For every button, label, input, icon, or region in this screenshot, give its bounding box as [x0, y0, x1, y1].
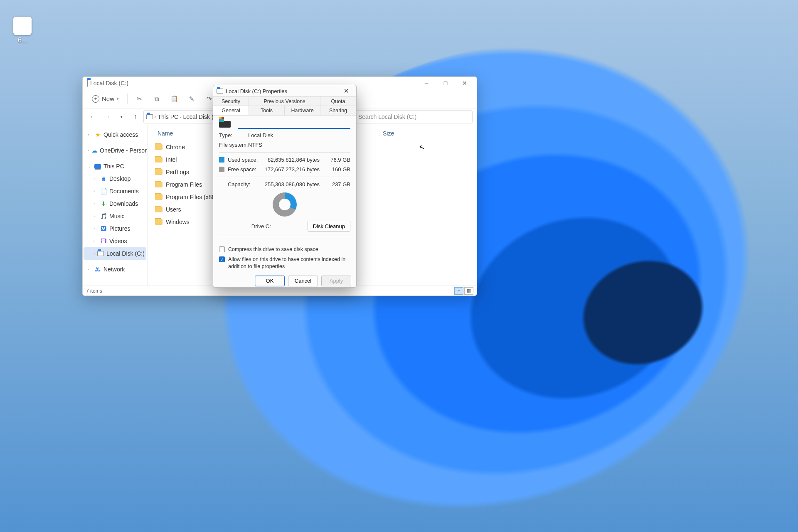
tab-security[interactable]: Security — [213, 96, 249, 106]
label: Capacity: — [228, 181, 259, 187]
tab-label: Quota — [331, 99, 345, 104]
bytes-value: 172,667,273,216 bytes — [262, 166, 320, 172]
tab-bar: Security Previous Versions Quota General… — [213, 97, 356, 116]
icons-view-button[interactable]: ▦ — [464, 287, 473, 295]
row-free-space: Free space: 172,667,273,216 bytes 160 GB — [219, 166, 350, 172]
checkbox-label: Allow files on this drive to have conten… — [228, 256, 350, 270]
tree-documents[interactable]: ›📄Documents — [84, 185, 146, 197]
tab-label: Security — [222, 99, 240, 104]
videos-icon: 🎞 — [100, 238, 107, 244]
cut-icon[interactable]: ✂ — [133, 92, 146, 106]
new-button[interactable]: + New ▾ — [89, 94, 122, 104]
tree-label: OneDrive - Personal — [100, 147, 148, 154]
minimize-button[interactable]: ‒ — [417, 77, 436, 89]
divider — [219, 236, 350, 236]
row-used-space: Used space: 82,635,812,864 bytes 76.9 GB — [219, 157, 350, 163]
downloads-icon: ⬇ — [100, 200, 107, 207]
rename-icon[interactable]: ✎ — [185, 92, 198, 106]
tree-label: Network — [103, 266, 125, 273]
copy-icon[interactable]: ⧉ — [150, 92, 163, 106]
dialog-titlebar[interactable]: Local Disk (C:) Properties ✕ — [213, 85, 356, 97]
tree-label: Videos — [109, 238, 127, 244]
tree-this-pc[interactable]: ⌄This PC — [84, 160, 146, 172]
row-filesystem: File system:NTFS — [219, 142, 350, 148]
paste-icon[interactable]: 📋 — [167, 92, 181, 106]
tree-music[interactable]: ›🎵Music — [84, 210, 146, 222]
maximize-button[interactable]: □ — [436, 77, 455, 89]
tree-onedrive[interactable]: ›☁OneDrive - Personal — [84, 144, 146, 157]
drive-label-input[interactable] — [238, 120, 350, 129]
folder-icon — [155, 207, 163, 212]
row-type: Type:Local Disk — [219, 132, 350, 138]
properties-dialog: Local Disk (C:) Properties ✕ Security Pr… — [213, 85, 357, 288]
row-capacity: Capacity: 255,303,086,080 bytes 237 GB — [219, 181, 350, 187]
chevron-down-icon: ▾ — [117, 97, 119, 101]
gb-value: 237 GB — [323, 181, 350, 187]
folder-icon — [155, 157, 163, 163]
details-view-button[interactable]: ≡ — [454, 287, 463, 295]
tab-quota[interactable]: Quota — [320, 96, 356, 106]
music-icon: 🎵 — [100, 213, 107, 219]
tab-general[interactable]: General — [213, 106, 249, 115]
used-swatch-icon — [219, 157, 224, 163]
tree-label: Documents — [109, 188, 139, 195]
tab-previous-versions[interactable]: Previous Versions — [249, 96, 320, 106]
dialog-buttons: OK Cancel Apply — [213, 272, 356, 291]
tree-desktop[interactable]: ›🖥Desktop — [84, 172, 146, 185]
tab-label: Sharing — [329, 108, 347, 113]
button-label: Cancel — [295, 278, 311, 284]
chevron-right-icon: › — [155, 114, 156, 119]
forward-button[interactable]: → — [101, 111, 113, 123]
tree-label: Quick access — [103, 131, 138, 138]
button-label: Disk Cleanup — [313, 223, 345, 229]
index-checkbox-row[interactable]: ✓ Allow files on this drive to have cont… — [219, 256, 350, 270]
monitor-icon — [94, 163, 101, 170]
back-button[interactable]: ← — [87, 111, 99, 123]
tab-label: Tools — [261, 108, 273, 113]
checkbox-label: Compress this drive to save disk space — [228, 246, 318, 253]
new-label: New — [102, 95, 114, 102]
crumb-this-pc[interactable]: This PC — [158, 113, 178, 120]
file-name: PerfLogs — [166, 169, 189, 175]
folder-icon — [155, 169, 163, 175]
ok-button[interactable]: OK — [255, 276, 285, 286]
tree-local-disk-c[interactable]: ›Local Disk (C:) — [84, 247, 146, 260]
tab-label: Hardware — [291, 108, 313, 113]
checkbox-icon[interactable]: ✓ — [219, 256, 225, 262]
tree-label: Pictures — [109, 225, 131, 232]
compress-checkbox-row[interactable]: Compress this drive to save disk space — [219, 246, 350, 253]
network-icon: 🖧 — [94, 266, 101, 273]
disk-cleanup-button[interactable]: Disk Cleanup — [308, 221, 350, 232]
tree-pictures[interactable]: ›🖼Pictures — [84, 222, 146, 235]
tree-label: Music — [109, 213, 125, 219]
tree-downloads[interactable]: ›⬇Downloads — [84, 197, 146, 210]
col-size[interactable]: Size — [379, 130, 421, 137]
tab-hardware[interactable]: Hardware — [284, 106, 320, 115]
usage-pie-chart — [273, 192, 297, 217]
divider — [219, 152, 350, 153]
divider — [219, 177, 350, 177]
toolbar-separator — [127, 94, 128, 104]
file-name: Users — [166, 206, 181, 213]
tree-videos[interactable]: ›🎞Videos — [84, 235, 146, 247]
gb-value: 76.9 GB — [323, 157, 350, 163]
checkbox-icon[interactable] — [219, 246, 225, 252]
desktop-shortcut-label: 6... — [18, 37, 27, 44]
item-count: 7 items — [86, 288, 102, 294]
recent-locations-button[interactable]: ▾ — [115, 111, 128, 123]
tree-quick-access[interactable]: ›★Quick access — [84, 128, 146, 141]
button-label: Apply — [330, 278, 343, 284]
tab-sharing[interactable]: Sharing — [320, 106, 356, 115]
cancel-button[interactable]: Cancel — [288, 276, 318, 286]
tree-label: Desktop — [109, 175, 131, 182]
search-input[interactable]: Search Local Disk (C:) — [355, 110, 473, 123]
documents-icon: 📄 — [100, 188, 107, 195]
tab-tools[interactable]: Tools — [249, 106, 285, 115]
file-name: Program Files (x86) — [166, 194, 217, 200]
close-button[interactable]: ✕ — [455, 77, 474, 89]
tree-network[interactable]: ›🖧Network — [84, 263, 146, 276]
close-icon[interactable]: ✕ — [340, 85, 353, 97]
up-button[interactable]: ↑ — [129, 111, 142, 123]
desktop-shortcut[interactable]: 6... — [2, 17, 43, 44]
window-title: Local Disk (C:) — [90, 80, 128, 86]
